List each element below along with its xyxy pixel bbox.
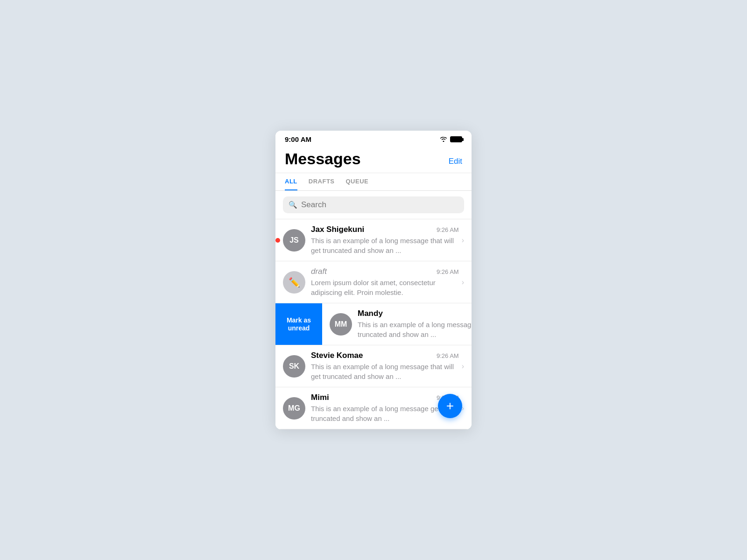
avatar-initials-stevie: SK [289, 362, 299, 371]
status-bar: 9:00 AM [275, 131, 472, 146]
phone-frame: 9:00 AM Messages Edit ALL DRAFTS QUEUE 🔍 [275, 131, 472, 429]
message-name-mandy: Mandy [358, 309, 383, 318]
edit-button[interactable]: Edit [449, 157, 462, 173]
page-title: Messages [285, 150, 361, 173]
message-item-draft[interactable]: ✏️ draft 9:26 AM Lorem ipsum dolor sit a… [275, 261, 472, 303]
search-container: 🔍 [275, 191, 472, 219]
message-item-jax[interactable]: JS Jax Shigekuni 9:26 AM This is an exam… [275, 219, 472, 261]
battery-icon [450, 136, 462, 142]
message-body-stevie: Stevie Komae 9:26 AM This is an example … [311, 351, 459, 381]
message-name-jax: Jax Shigekuni [311, 225, 364, 234]
swipe-action-label: Mark asunread [287, 316, 311, 332]
search-input[interactable] [301, 200, 458, 210]
message-preview-stevie: This is an example of a long message tha… [311, 362, 459, 381]
tab-queue[interactable]: QUEUE [346, 173, 369, 190]
chevron-stevie: › [462, 362, 464, 371]
message-time-stevie: 9:26 AM [437, 352, 459, 359]
chevron-jax: › [462, 236, 464, 245]
avatar-initials-mandy: MM [335, 320, 347, 329]
avatar-initials-mimi: MG [288, 404, 300, 413]
pencil-icon: ✏️ [289, 277, 300, 288]
header: Messages Edit [275, 146, 472, 173]
message-item-stevie[interactable]: SK Stevie Komae 9:26 AM This is an examp… [275, 345, 472, 387]
compose-icon: + [446, 399, 454, 413]
message-name-draft: draft [311, 267, 327, 276]
tabs-bar: ALL DRAFTS QUEUE [275, 173, 472, 191]
message-item-mandy[interactable]: Mark asunread MM Mandy 9:26 This is an e… [275, 303, 472, 345]
message-list: JS Jax Shigekuni 9:26 AM This is an exam… [275, 219, 472, 429]
message-body-mandy: Mandy 9:26 This is an example of a long … [358, 309, 472, 339]
avatar-initials-jax: JS [289, 236, 299, 245]
search-bar: 🔍 [283, 196, 464, 213]
avatar-mandy: MM [330, 313, 352, 336]
avatar-mimi: MG [283, 397, 305, 420]
message-body-jax: Jax Shigekuni 9:26 AM This is an example… [311, 225, 459, 255]
unread-dot-jax [275, 238, 280, 243]
avatar-stevie: SK [283, 355, 305, 378]
message-time-jax: 9:26 AM [437, 226, 459, 233]
message-time-draft: 9:26 AM [437, 268, 459, 275]
chevron-draft: › [462, 278, 464, 287]
avatar-draft: ✏️ [283, 271, 305, 294]
message-body-mimi: Mimi 9:26 AM This is an example of a lon… [311, 393, 459, 423]
compose-fab-button[interactable]: + [438, 394, 462, 418]
wifi-icon [440, 136, 447, 143]
message-body-draft: draft 9:26 AM Lorem ipsum dolor sit amet… [311, 267, 459, 297]
message-preview-mandy: This is an example of a long message tha… [358, 320, 472, 339]
message-name-mimi: Mimi [311, 393, 329, 402]
status-icons [440, 136, 462, 143]
tab-all[interactable]: ALL [285, 173, 297, 190]
tab-drafts[interactable]: DRAFTS [309, 173, 335, 190]
search-icon: 🔍 [289, 201, 297, 209]
message-preview-draft: Lorem ipsum dolor sit amet, consectetur … [311, 278, 459, 297]
message-preview-jax: This is an example of a long message tha… [311, 236, 459, 255]
message-name-stevie: Stevie Komae [311, 351, 363, 360]
avatar-jax: JS [283, 229, 305, 252]
message-preview-mimi: This is an example of a long message get… [311, 404, 459, 423]
status-time: 9:00 AM [285, 135, 311, 143]
swipe-action-mark-unread[interactable]: Mark asunread [275, 303, 322, 345]
